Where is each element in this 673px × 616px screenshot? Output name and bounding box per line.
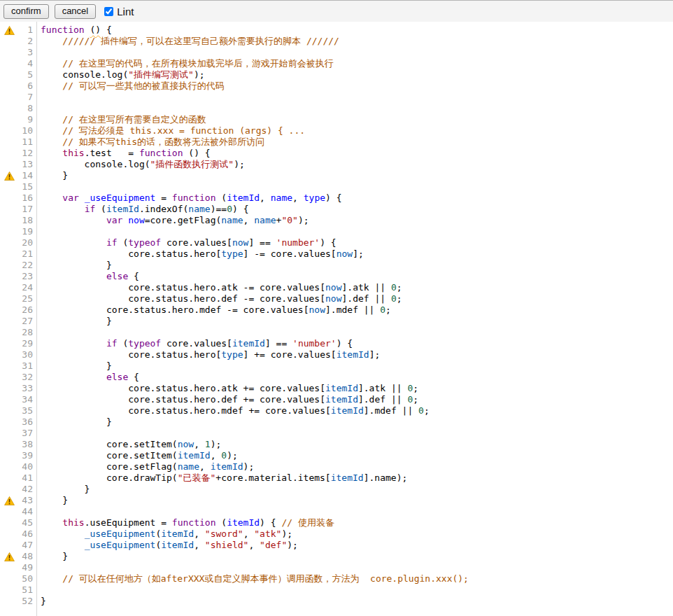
marker-slot (0, 114, 18, 125)
code-line[interactable]: 4 // 在这里写的代码，在所有模块加载完毕后，游戏开始前会被执行 (0, 58, 673, 69)
code-line[interactable]: 21 core.status.hero[type] -= core.values… (0, 248, 673, 260)
marker-slot (0, 92, 18, 103)
code-line[interactable]: 38 core.setItem(now, 1); (0, 439, 673, 450)
code-line[interactable]: 15 (0, 181, 673, 192)
cancel-button[interactable]: cancel (55, 4, 97, 19)
code-line[interactable]: 8 (0, 103, 673, 114)
code-line[interactable]: 36 } (0, 416, 673, 428)
line-number: 34 (18, 394, 36, 405)
marker-slot (0, 461, 18, 472)
marker-slot (0, 293, 18, 304)
code-line[interactable]: 49 (0, 562, 673, 573)
code-text: console.log("插件函数执行测试"); (36, 159, 245, 170)
code-line[interactable]: 2 ////// 插件编写，可以在这里写自己额外需要执行的脚本 ////// (0, 36, 673, 47)
code-line[interactable]: 52} (0, 596, 673, 607)
marker-slot (0, 372, 18, 383)
code-line[interactable]: 5 console.log("插件编写测试"); (0, 69, 673, 80)
code-line[interactable]: 30 core.status.hero[type] += core.values… (0, 349, 673, 360)
code-line[interactable]: 25 core.status.hero.def -= core.values[n… (0, 293, 673, 304)
code-line[interactable]: 18 var now=core.getFlag(name, name+"0"); (0, 215, 673, 226)
code-line[interactable]: 46 _useEquipment(itemId, "sword", "atk")… (0, 528, 673, 540)
line-number: 21 (18, 248, 36, 260)
code-line[interactable]: 27 } (0, 316, 673, 327)
code-line[interactable]: 47 _useEquipment(itemId, "shield", "def"… (0, 540, 673, 551)
code-line[interactable]: 32 else { (0, 372, 673, 383)
code-text: function () { (36, 24, 112, 36)
code-line[interactable]: 24 core.status.hero.atk -= core.values[n… (0, 282, 673, 293)
code-text: } (36, 170, 68, 181)
code-line[interactable]: 3 (0, 47, 673, 58)
code-line[interactable]: 26 core.status.hero.mdef -= core.values[… (0, 304, 673, 316)
code-line[interactable]: 48 } (0, 551, 673, 562)
marker-slot (0, 248, 18, 260)
line-number: 5 (18, 69, 36, 80)
code-text: _useEquipment(itemId, "shield", "def"); (36, 540, 298, 551)
lint-label[interactable]: Lint (117, 6, 134, 18)
code-line[interactable]: 16 var _useEquipment = function (itemId,… (0, 192, 673, 204)
code-line[interactable]: 13 console.log("插件函数执行测试"); (0, 159, 673, 170)
code-line[interactable]: 1function () { (0, 24, 673, 36)
marker-slot (0, 47, 18, 58)
code-text: core.status.hero.atk -= core.values[now]… (36, 282, 402, 293)
code-text: } (36, 484, 90, 495)
line-number: 13 (18, 159, 36, 170)
warning-icon[interactable] (0, 170, 18, 181)
code-text: core.status.hero.def += core.values[item… (36, 394, 418, 405)
code-line[interactable]: 42 } (0, 484, 673, 495)
marker-slot (0, 58, 18, 69)
code-line[interactable]: 39 core.setItem(itemId, 0); (0, 450, 673, 461)
code-line[interactable]: 31 } (0, 360, 673, 372)
marker-slot (0, 327, 18, 338)
marker-slot (0, 69, 18, 80)
code-line[interactable]: 34 core.status.hero.def += core.values[i… (0, 394, 673, 405)
code-line[interactable]: 10 // 写法必须是 this.xxx = function (args) {… (0, 125, 673, 136)
code-line[interactable]: 40 core.setFlag(name, itemId); (0, 461, 673, 472)
code-line[interactable]: 6 // 可以写一些其他的被直接执行的代码 (0, 80, 673, 92)
marker-slot (0, 349, 18, 360)
code-line[interactable]: 33 core.status.hero.atk += core.values[i… (0, 383, 673, 394)
marker-slot (0, 416, 18, 428)
code-line[interactable]: 51 (0, 584, 673, 596)
code-editor[interactable]: 1function () {2 ////// 插件编写，可以在这里写自己额外需要… (0, 22, 673, 616)
code-line[interactable]: 45 this.useEquipment = function (itemId)… (0, 517, 673, 528)
code-line[interactable]: 44 (0, 506, 673, 517)
line-number: 36 (18, 416, 36, 428)
code-line[interactable]: 43 } (0, 495, 673, 506)
code-line[interactable]: 17 if (itemId.indexOf(name)==0) { (0, 204, 673, 215)
marker-slot (0, 226, 18, 237)
line-number: 10 (18, 125, 36, 136)
marker-slot (0, 125, 18, 136)
marker-slot (0, 316, 18, 327)
marker-slot (0, 506, 18, 517)
marker-slot (0, 584, 18, 596)
code-line[interactable]: 23 else { (0, 271, 673, 282)
code-line[interactable]: 50 // 可以在任何地方（如afterXXX或自定义脚本事件）调用函数，方法为… (0, 573, 673, 584)
marker-slot (0, 428, 18, 439)
code-line[interactable]: 37 (0, 428, 673, 439)
warning-icon[interactable] (0, 495, 18, 506)
code-line[interactable]: 11 // 如果不写this的话，函数将无法被外部所访问 (0, 136, 673, 148)
code-line[interactable]: 28 (0, 327, 673, 338)
warning-icon[interactable] (0, 24, 18, 36)
code-line[interactable]: 35 core.status.hero.mdef += core.values[… (0, 405, 673, 416)
code-text: var now=core.getFlag(name, name+"0"); (36, 215, 309, 226)
code-text: } (36, 316, 112, 327)
line-number: 42 (18, 484, 36, 495)
code-line[interactable]: 22 } (0, 260, 673, 271)
code-line[interactable]: 7 (0, 92, 673, 103)
lint-checkbox[interactable] (104, 7, 113, 16)
code-line[interactable]: 19 (0, 226, 673, 237)
code-line[interactable]: 14 } (0, 170, 673, 181)
code-text: // 写法必须是 this.xxx = function (args) { ..… (36, 125, 305, 136)
warning-icon[interactable] (0, 551, 18, 562)
line-number: 6 (18, 80, 36, 92)
line-number: 14 (18, 170, 36, 181)
code-line[interactable]: 12 this.test = function () { (0, 148, 673, 159)
code-line[interactable]: 29 if (typeof core.values[itemId] == 'nu… (0, 338, 673, 349)
marker-slot (0, 517, 18, 528)
code-line[interactable]: 41 core.drawTip("已装备"+core.material.item… (0, 472, 673, 484)
code-text: } (36, 495, 68, 506)
code-line[interactable]: 20 if (typeof core.values[now] == 'numbe… (0, 237, 673, 248)
code-line[interactable]: 9 // 在这里写所有需要自定义的函数 (0, 114, 673, 125)
confirm-button[interactable]: confirm (3, 4, 49, 19)
